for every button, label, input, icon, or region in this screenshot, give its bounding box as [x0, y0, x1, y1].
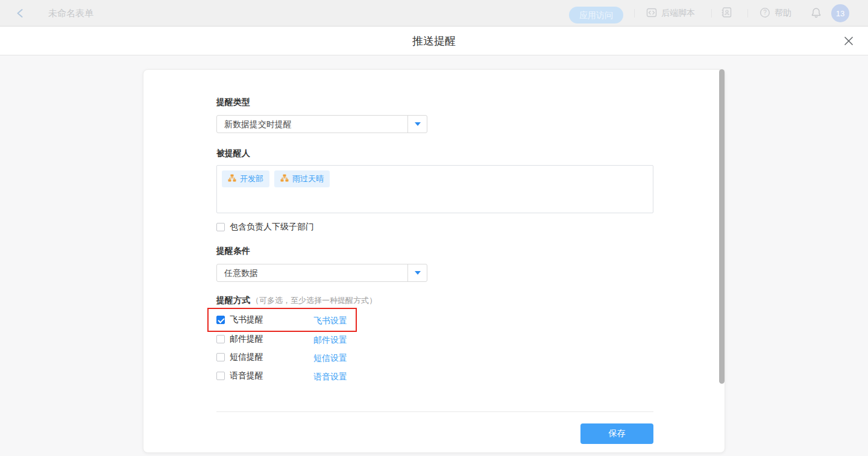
notifications-button[interactable] [810, 0, 822, 27]
voice-label: 语音提醒 [230, 370, 263, 381]
divider [634, 9, 635, 17]
app-access-button[interactable]: 应用访问 [569, 7, 623, 23]
reminder-condition-value: 任意数据 [224, 264, 258, 281]
back-icon[interactable] [14, 7, 27, 19]
method-row-feishu: 飞书提醒 [216, 314, 263, 326]
avatar[interactable]: 13 [831, 4, 849, 22]
reminder-condition-select[interactable]: 任意数据 [216, 264, 427, 282]
modal-title: 推送提醒 [0, 27, 868, 55]
contacts-button[interactable] [721, 0, 732, 27]
reminder-methods-label: 提醒方式 [216, 295, 250, 306]
method-row-email: 邮件提醒 [216, 333, 263, 345]
member-tag[interactable]: 开发部 [222, 170, 269, 187]
close-icon[interactable] [843, 35, 855, 47]
help-label: 帮助 [775, 8, 791, 19]
voice-checkbox[interactable] [216, 372, 225, 380]
reminder-type-value: 新数据提交时提醒 [224, 116, 292, 133]
save-button[interactable]: 保存 [580, 423, 653, 444]
backend-script-label: 后端脚本 [661, 8, 695, 19]
method-row-voice: 语音提醒 [216, 370, 263, 382]
chevron-down-icon[interactable] [407, 116, 427, 133]
form-title[interactable]: 未命名表单 [48, 0, 93, 27]
org-chart-icon [228, 174, 236, 184]
org-chart-icon [280, 174, 289, 184]
feishu-label: 飞书提醒 [230, 314, 263, 325]
email-label: 邮件提醒 [230, 334, 263, 345]
include-sub-depts-row: 包含负责人下级子部门 [216, 221, 314, 233]
address-book-icon [721, 7, 732, 20]
include-sub-depts-label: 包含负责人下级子部门 [230, 222, 314, 233]
chevron-down-icon[interactable] [407, 264, 427, 281]
email-checkbox[interactable] [216, 335, 225, 343]
question-circle-icon: ? [760, 7, 770, 20]
sms-checkbox[interactable] [216, 353, 225, 361]
reminder-methods-header: 提醒方式 （可多选，至少选择一种提醒方式） [216, 295, 377, 306]
scrollbar-thumb[interactable] [719, 69, 725, 384]
method-row-sms: 短信提醒 [216, 351, 263, 363]
feishu-checkbox[interactable] [216, 316, 225, 324]
modal-header: 推送提醒 [0, 27, 868, 55]
topbar: 未命名表单 应用访问 后端脚本 ? 帮助 13 [0, 0, 868, 27]
reminder-condition-label: 提醒条件 [216, 246, 250, 257]
notified-people-input[interactable]: 开发部 雨过天晴 [216, 165, 653, 213]
email-settings-link[interactable]: 邮件设置 [313, 335, 347, 346]
notified-people-label: 被提醒人 [216, 148, 250, 159]
member-tag-name: 雨过天晴 [292, 173, 324, 184]
divider [711, 9, 712, 17]
divider [747, 9, 748, 17]
voice-settings-link[interactable]: 语音设置 [313, 372, 347, 383]
svg-text:?: ? [763, 9, 767, 16]
feishu-settings-link[interactable]: 飞书设置 [313, 316, 347, 326]
sms-label: 短信提醒 [230, 352, 263, 363]
include-sub-depts-checkbox[interactable] [216, 223, 225, 231]
reminder-type-label: 提醒类型 [216, 97, 250, 108]
code-icon [646, 7, 657, 20]
member-tag[interactable]: 雨过天晴 [274, 170, 330, 187]
sms-settings-link[interactable]: 短信设置 [313, 353, 347, 364]
backend-script-button[interactable]: 后端脚本 [646, 0, 695, 27]
help-button[interactable]: ? 帮助 [760, 0, 791, 27]
reminder-methods-note: （可多选，至少选择一种提醒方式） [251, 295, 377, 306]
reminder-type-select[interactable]: 新数据提交时提醒 [216, 115, 427, 133]
divider [216, 411, 653, 412]
reminder-settings-card: 提醒类型 新数据提交时提醒 被提醒人 开发部 雨过天晴 包含负责人下级子部门 提… [143, 69, 725, 453]
member-tag-name: 开发部 [240, 173, 263, 184]
bell-icon [810, 7, 822, 20]
